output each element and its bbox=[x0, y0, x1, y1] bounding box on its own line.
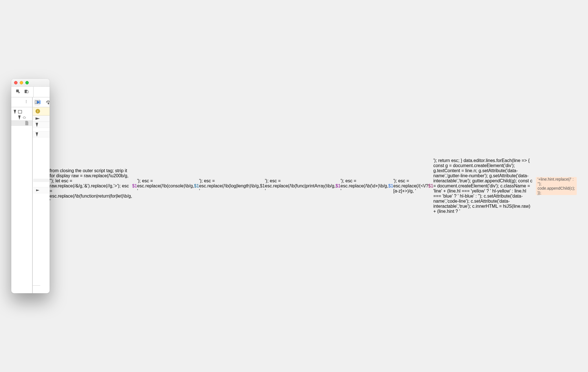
titlebar bbox=[11, 79, 50, 87]
section-scope[interactable]: ▶ bbox=[33, 131, 50, 137]
editor-column: ✕ bbox=[32, 97, 33, 293]
editor-tabbar: ✕ bbox=[32, 97, 37, 107]
navigator-menu-icon[interactable] bbox=[24, 100, 28, 105]
inline-value-hint: '+line.hint.replace(/' : ''); code.appen… bbox=[536, 177, 577, 195]
tree-row-file[interactable] bbox=[11, 120, 32, 126]
svg-point-8 bbox=[26, 102, 26, 103]
minimize-window-button[interactable] bbox=[20, 81, 23, 84]
zoom-window-button[interactable] bbox=[25, 81, 29, 84]
close-window-button[interactable] bbox=[14, 81, 17, 84]
section-event-listener[interactable]: ▶ bbox=[33, 187, 50, 193]
caret-icon: ▶ bbox=[36, 117, 39, 119]
section-watch[interactable]: ▶ bbox=[33, 115, 50, 122]
caret-icon: ▶ bbox=[36, 132, 38, 136]
app-body: ▶ ▶ bbox=[11, 97, 50, 293]
tree-row-top[interactable]: ▶ bbox=[11, 109, 32, 115]
inspect-element-icon[interactable] bbox=[16, 89, 20, 95]
editor-tab-file[interactable]: ✕ bbox=[43, 100, 50, 104]
debugger-pane: i ▶ ▶ ▶ bbox=[33, 97, 50, 293]
caret-icon: ▶ bbox=[36, 189, 39, 191]
tree-row-host[interactable]: ▶ bbox=[11, 115, 32, 120]
file-tree: ▶ ▶ bbox=[11, 107, 32, 128]
frame-icon bbox=[18, 110, 22, 114]
svg-point-6 bbox=[26, 100, 26, 101]
toggle-navigator-icon[interactable] bbox=[35, 99, 40, 105]
close-icon[interactable]: ✕ bbox=[47, 100, 50, 104]
main-tabstrip bbox=[11, 87, 50, 97]
caret-icon: ▶ bbox=[14, 110, 16, 113]
info-icon: i bbox=[36, 109, 40, 113]
svg-rect-14 bbox=[40, 100, 41, 104]
file-icon bbox=[25, 121, 29, 125]
no-breakpoints-text bbox=[33, 128, 50, 131]
svg-rect-2 bbox=[26, 91, 28, 93]
section-breakpoints[interactable]: ▶ bbox=[33, 122, 50, 128]
svg-point-7 bbox=[26, 101, 26, 102]
scope-fragments: ▶ bbox=[33, 137, 50, 193]
navigator-sidebar: ▶ ▶ bbox=[11, 97, 32, 293]
editor-statusbar bbox=[32, 285, 40, 293]
device-toolbar-icon[interactable] bbox=[24, 89, 29, 95]
cloud-icon bbox=[23, 115, 26, 120]
paused-status-bar: i bbox=[33, 107, 50, 115]
svg-rect-9 bbox=[18, 110, 22, 113]
caret-icon: ▶ bbox=[19, 115, 21, 119]
devtools-window: ▶ ▶ bbox=[11, 79, 50, 293]
traffic-lights bbox=[14, 81, 29, 84]
caret-icon: ▶ bbox=[36, 123, 38, 126]
